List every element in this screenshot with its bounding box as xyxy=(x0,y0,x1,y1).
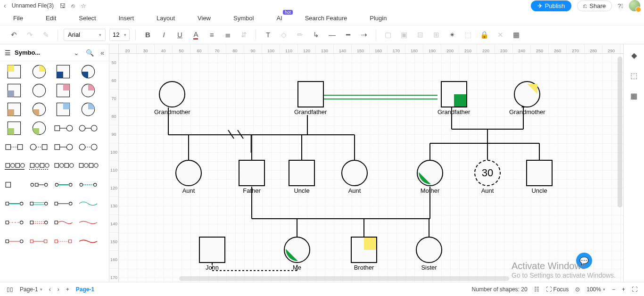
symbol-item[interactable] xyxy=(5,64,25,79)
text-tool-icon[interactable]: T xyxy=(262,29,274,41)
undo-icon[interactable]: ↶ xyxy=(8,29,20,41)
node-aunt-2[interactable]: Aunt xyxy=(341,160,368,194)
chat-bubble-icon[interactable]: 💬 xyxy=(576,253,592,269)
format-painter-icon[interactable]: ✎ xyxy=(40,29,52,41)
layers-icon[interactable]: ⬚ xyxy=(630,71,637,80)
menu-insert[interactable]: Insert xyxy=(119,15,134,22)
symbol-item[interactable] xyxy=(5,234,25,249)
symbol-item[interactable] xyxy=(78,102,98,117)
star-icon[interactable]: ☆ xyxy=(81,2,86,9)
size-select[interactable]: 12▾ xyxy=(109,29,130,41)
align-v-icon[interactable]: ≣ xyxy=(222,29,234,41)
symbol-item[interactable] xyxy=(54,64,74,79)
connector-icon[interactable]: ↳ xyxy=(310,29,322,41)
line-color-icon[interactable]: ✏ xyxy=(294,29,306,41)
canvas[interactable]: Grandmother Grandfather Grandfather Gran… xyxy=(119,54,623,282)
symbol-item[interactable] xyxy=(54,140,74,155)
symbol-item[interactable] xyxy=(78,64,98,79)
node-grandfather-2[interactable]: Grandfather xyxy=(438,81,470,115)
page-tab[interactable]: Page-1 xyxy=(76,286,94,293)
node-father[interactable]: Father xyxy=(239,160,265,194)
effects-icon[interactable]: ✴ xyxy=(446,29,458,41)
symbol-item[interactable] xyxy=(54,83,74,98)
symbol-item[interactable] xyxy=(54,196,74,211)
node-mother[interactable]: Mother xyxy=(417,160,443,194)
symbol-item[interactable] xyxy=(54,158,74,173)
line-weight-icon[interactable]: ━ xyxy=(342,29,354,41)
fit-icon[interactable]: ⊙ xyxy=(575,286,580,293)
symbol-item[interactable] xyxy=(5,102,25,117)
symbol-item[interactable] xyxy=(5,158,25,173)
symbol-item[interactable] xyxy=(78,121,98,136)
line-style-icon[interactable]: — xyxy=(326,29,338,41)
redo-icon[interactable]: ↷ xyxy=(24,29,36,41)
page-select[interactable]: Page-1 ▾ xyxy=(20,286,42,293)
pages-icon[interactable]: ▯▯ xyxy=(7,286,13,293)
save-icon[interactable]: 🖫 xyxy=(59,2,66,9)
menu-search-feature[interactable]: Search Feature xyxy=(305,15,347,22)
symbol-item[interactable] xyxy=(29,140,49,155)
zoom-level[interactable]: 100% ▾ xyxy=(586,286,605,293)
symbol-item[interactable] xyxy=(5,121,25,136)
fill-tool-icon[interactable]: ◆ xyxy=(631,51,637,60)
focus-button[interactable]: ⛶ Focus xyxy=(546,286,569,293)
horizontal-scrollbar[interactable] xyxy=(179,276,509,281)
symbol-item[interactable] xyxy=(29,158,49,173)
spacing-icon[interactable]: ⇵ xyxy=(238,29,250,41)
symbol-item[interactable] xyxy=(29,177,49,192)
menu-select[interactable]: Select xyxy=(79,15,96,22)
back-icon[interactable]: ‹ xyxy=(4,2,6,9)
send-back-icon[interactable]: ▢ xyxy=(382,29,394,41)
help-icon[interactable]: ?⃝ xyxy=(618,2,623,9)
align-h-icon[interactable]: ≡ xyxy=(206,29,218,41)
fullscreen-icon[interactable]: ⛶ xyxy=(632,286,637,293)
node-uncle-2[interactable]: Uncle xyxy=(526,160,553,194)
menu-plugin[interactable]: Plugin xyxy=(370,15,387,22)
node-grandmother-2[interactable]: Grandmother xyxy=(509,81,545,115)
bring-front-icon[interactable]: ▣ xyxy=(398,29,410,41)
bold-icon[interactable]: B xyxy=(141,29,154,41)
symbol-item[interactable] xyxy=(29,121,49,136)
symbol-item[interactable] xyxy=(5,140,25,155)
share-button[interactable]: ⎌Share xyxy=(577,0,612,11)
symbol-item[interactable] xyxy=(78,83,98,98)
node-aunt-3[interactable]: 30Aunt xyxy=(474,160,501,194)
menu-layout[interactable]: Layout xyxy=(157,15,175,22)
avatar[interactable] xyxy=(629,0,640,11)
menu-ai[interactable]: AIhot xyxy=(276,15,282,22)
next-page-icon[interactable]: › xyxy=(58,286,59,293)
symbol-item[interactable] xyxy=(5,196,25,211)
node-brother[interactable]: Brother xyxy=(351,237,377,271)
menu-edit[interactable]: Edit xyxy=(46,15,56,22)
symbol-item[interactable] xyxy=(78,158,98,173)
node-grandmother-1[interactable]: Grandmother xyxy=(154,81,190,115)
node-aunt-1[interactable]: Aunt xyxy=(175,160,202,194)
table-icon[interactable]: ▦ xyxy=(510,29,522,41)
symbol-item[interactable] xyxy=(54,215,74,230)
font-color-icon[interactable]: A xyxy=(190,29,202,41)
external-icon[interactable]: ⎋ xyxy=(71,2,75,9)
node-sister[interactable]: Sister xyxy=(416,237,442,271)
symbol-item[interactable] xyxy=(78,140,98,155)
tools-icon[interactable]: ✕ xyxy=(494,29,506,41)
fill-icon[interactable]: ◇ xyxy=(278,29,290,41)
node-grandfather-1[interactable]: Grandfather xyxy=(294,81,327,115)
group-icon[interactable]: ⊞ xyxy=(430,29,442,41)
symbol-item[interactable] xyxy=(54,102,74,117)
crop-icon[interactable]: ⬚ xyxy=(462,29,474,41)
symbol-item[interactable] xyxy=(54,234,74,249)
add-page-icon[interactable]: + xyxy=(66,286,69,293)
symbol-item[interactable] xyxy=(29,234,49,249)
italic-icon[interactable]: I xyxy=(157,29,170,41)
zoom-out-icon[interactable]: − xyxy=(612,286,615,293)
layers-status-icon[interactable]: ☷ xyxy=(534,286,539,293)
font-select[interactable]: Arial▾ xyxy=(64,29,106,41)
symbol-item[interactable] xyxy=(29,102,49,117)
symbol-item[interactable] xyxy=(29,215,49,230)
menu-symbol[interactable]: Symbol xyxy=(233,15,254,22)
search-icon[interactable]: 🔍 xyxy=(86,49,94,57)
node-uncle-1[interactable]: Uncle xyxy=(289,160,315,194)
underline-icon[interactable]: U xyxy=(173,29,186,41)
hamburger-icon[interactable]: ☰ xyxy=(5,49,11,57)
prev-page-icon[interactable]: ‹ xyxy=(49,286,51,293)
